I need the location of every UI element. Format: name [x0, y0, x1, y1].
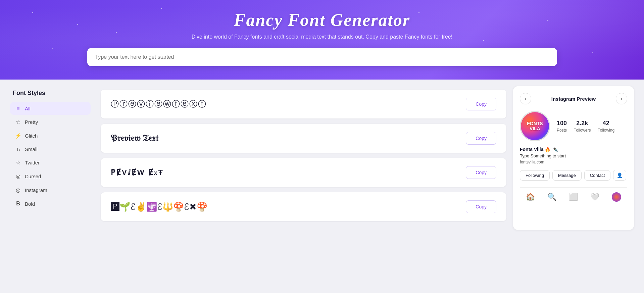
cursed-icon: ◎	[15, 173, 21, 180]
followers-label: Followers	[574, 128, 591, 133]
sidebar-title: Font Styles	[10, 90, 91, 97]
sidebar-label-instagram: Instagram	[25, 187, 47, 193]
add-person-icon: 👤	[617, 173, 623, 178]
header: Fancy Font Generator Dive into world of …	[0, 0, 644, 80]
sidebar-label-small: Small	[25, 146, 38, 152]
sidebar-item-glitch[interactable]: ⚡ Glitch	[10, 129, 91, 142]
text-input[interactable]	[87, 48, 557, 66]
sidebar-item-pretty[interactable]: ☆ Pretty	[10, 115, 91, 129]
ig-preview-title: Instagram Preview	[551, 96, 596, 102]
instagram-icon: ◎	[15, 187, 21, 193]
sidebar-item-all[interactable]: ≡ All	[10, 102, 91, 115]
sidebar-item-bold[interactable]: B Bold	[10, 197, 91, 210]
page-title: Fancy Font Generator	[27, 10, 617, 30]
username-extra-icon: ✒️	[553, 147, 558, 152]
sidebar-label-pretty: Pretty	[25, 119, 38, 125]
footer-avatar[interactable]	[612, 192, 621, 202]
sidebar: Font Styles ≡ All ☆ Pretty ⚡ Glitch Tₜ S…	[7, 86, 94, 230]
search-wrap	[87, 48, 557, 66]
sidebar-label-twitter: Twitter	[25, 160, 40, 165]
ig-footer: 🏠 🔍 ⬜ 🤍	[520, 187, 627, 202]
font-preview-2: 𝔓𝔯𝔢𝔳𝔦𝔢𝔴 𝔗𝔢𝔵𝔱	[111, 133, 466, 143]
ig-preview-header: ‹ Instagram Preview ›	[520, 93, 627, 104]
sidebar-item-instagram[interactable]: ◎ Instagram	[10, 184, 91, 197]
font-list: Ⓟⓡⓔⓥⓘⓔⓦⓣⓔⓧⓣ Copy 𝔓𝔯𝔢𝔳𝔦𝔢𝔴 𝔗𝔢𝔵𝔱 Copy ⱣɆVⅈɆ…	[94, 86, 513, 230]
ig-next-button[interactable]: ›	[616, 93, 627, 104]
avatar: FONTSVILA	[520, 111, 550, 141]
add-person-button[interactable]: 👤	[613, 170, 626, 181]
heart-icon[interactable]: 🤍	[590, 193, 599, 201]
twitter-icon: ☆	[15, 159, 21, 166]
font-card-1: Ⓟⓡⓔⓥⓘⓔⓦⓣⓔⓧⓣ Copy	[101, 90, 506, 118]
sidebar-item-twitter[interactable]: ☆ Twitter	[10, 156, 91, 169]
search-icon[interactable]: 🔍	[547, 193, 556, 201]
following-count: 42	[597, 120, 614, 127]
font-card-2: 𝔓𝔯𝔢𝔳𝔦𝔢𝔴 𝔗𝔢𝔵𝔱 Copy	[101, 124, 506, 153]
following-label: Following	[597, 128, 614, 133]
bold-icon: B	[15, 201, 21, 207]
ig-stat-following: 42 Following	[597, 120, 614, 133]
sidebar-label-all: All	[25, 106, 31, 111]
contact-button[interactable]: Contact	[584, 170, 611, 181]
font-preview-3: ⱣɆVⅈɆW ɆxŦ	[111, 168, 466, 177]
sidebar-label-bold: Bold	[25, 201, 35, 207]
header-subtitle: Dive into world of Fancy fonts and craft…	[27, 34, 617, 40]
add-post-icon[interactable]: ⬜	[569, 193, 578, 201]
small-icon: Tₜ	[15, 147, 21, 152]
font-preview-1: Ⓟⓡⓔⓥⓘⓔⓦⓣⓔⓧⓣ	[111, 99, 466, 109]
main-content: Font Styles ≡ All ☆ Pretty ⚡ Glitch Tₜ S…	[0, 80, 644, 237]
ig-prev-button[interactable]: ‹	[520, 93, 531, 104]
sidebar-item-cursed[interactable]: ◎ Cursed	[10, 170, 91, 183]
sidebar-item-small[interactable]: Tₜ Small	[10, 143, 91, 155]
all-icon: ≡	[15, 105, 21, 111]
copy-button-2[interactable]: Copy	[466, 132, 496, 145]
glitch-icon: ⚡	[15, 133, 21, 139]
posts-count: 100	[557, 120, 567, 127]
copy-button-3[interactable]: Copy	[466, 166, 496, 179]
font-card-3: ⱣɆVⅈɆW ɆxŦ Copy	[101, 158, 506, 187]
ig-stat-posts: 100 Posts	[557, 120, 567, 133]
copy-button-4[interactable]: Copy	[466, 200, 496, 213]
pretty-icon: ☆	[15, 119, 21, 125]
message-button[interactable]: Message	[552, 170, 582, 181]
following-button[interactable]: Following	[520, 170, 550, 181]
ig-profile-row: FONTSVILA 100 Posts 2.2k Followers 42 Fo…	[520, 111, 627, 141]
followers-count: 2.2k	[574, 120, 591, 127]
home-icon[interactable]: 🏠	[526, 193, 535, 201]
avatar-text: FONTSVILA	[527, 121, 543, 132]
ig-bio: Type Something to start	[520, 153, 627, 158]
ig-username: Fonts Villa 🔥 ✒️	[520, 147, 627, 152]
ig-stats: 100 Posts 2.2k Followers 42 Following	[557, 120, 614, 133]
sidebar-label-cursed: Cursed	[25, 174, 41, 179]
copy-button-1[interactable]: Copy	[466, 98, 496, 110]
font-card-4: 🅿🌱ℰ✌🕎ℰ🔱🍄ℰ✖🍄 Copy	[101, 192, 506, 221]
ig-stat-followers: 2.2k Followers	[574, 120, 591, 133]
posts-label: Posts	[557, 128, 567, 133]
sidebar-label-glitch: Glitch	[25, 133, 38, 139]
font-preview-4: 🅿🌱ℰ✌🕎ℰ🔱🍄ℰ✖🍄	[111, 202, 466, 212]
ig-action-buttons: Following Message Contact 👤	[520, 170, 627, 181]
instagram-preview-panel: ‹ Instagram Preview › FONTSVILA 100 Post…	[513, 86, 634, 230]
ig-link: fontsvilla.com	[520, 160, 627, 164]
